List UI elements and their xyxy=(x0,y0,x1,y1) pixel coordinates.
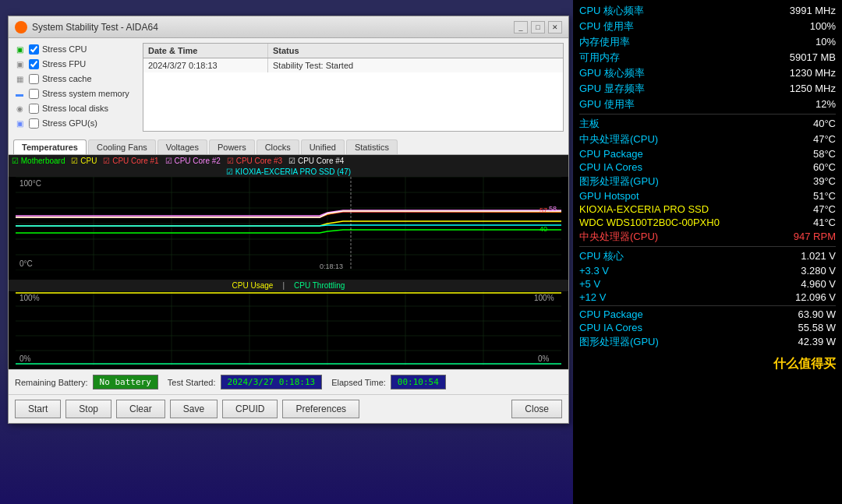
tabs-bar: Temperatures Cooling Fans Voltages Power… xyxy=(9,136,568,155)
stress-disks-label: Stress local disks xyxy=(42,104,108,113)
tab-voltages[interactable]: Voltages xyxy=(157,139,207,154)
clear-button[interactable]: Clear xyxy=(116,400,165,418)
tab-statistics[interactable]: Statistics xyxy=(346,139,398,154)
temperature-chart-svg: 100°C 0°C 57 58 40 xyxy=(9,177,568,270)
stat-value-19: 12.096 V xyxy=(795,291,836,303)
stat-value-11: 39°C xyxy=(813,175,836,187)
svg-text:100%: 100% xyxy=(534,294,554,302)
battery-status: Remaining Battery: No battery xyxy=(15,375,158,389)
stat-value-5: 1250 MHz xyxy=(790,83,836,94)
stat-row-12: GPU Hotspot 51°C xyxy=(579,189,836,203)
legend-item-motherboard: ☑ Motherboard xyxy=(12,157,65,165)
ssd-legend: ☑ KIOXIA-EXCERIA PRO SSD (47) xyxy=(9,167,568,177)
stat-row-19: +12 V 12.096 V xyxy=(579,291,836,304)
stat-value-6: 12% xyxy=(815,98,836,110)
tab-temperatures[interactable]: Temperatures xyxy=(13,139,87,154)
stress-fpu-checkbox[interactable] xyxy=(29,59,39,69)
tab-clocks[interactable]: Clocks xyxy=(256,139,299,154)
log-table: Date & Time Status 2024/3/27 0:18:13 Sta… xyxy=(143,43,564,132)
disk-icon: ◉ xyxy=(13,102,26,115)
battery-value: No battery xyxy=(93,375,158,389)
stat-value-12: 51°C xyxy=(813,190,836,202)
stat-row-15: 中央处理器(CPU) 947 RPM xyxy=(579,229,836,245)
stat-name-2: 内存使用率 xyxy=(579,35,630,49)
stat-row-3: 可用内存 59017 MB xyxy=(579,50,836,65)
test-started-label: Test Started: xyxy=(168,378,216,387)
preferences-button[interactable]: Preferences xyxy=(282,400,359,418)
window-title: System Stability Test - AIDA64 xyxy=(32,22,514,33)
stop-button[interactable]: Stop xyxy=(65,400,111,418)
stat-value-20: 63.90 W xyxy=(798,308,836,320)
stat-value-1: 100% xyxy=(810,20,836,32)
start-button[interactable]: Start xyxy=(15,400,61,418)
checkbox-panel: ▣ Stress CPU ▣ Stress FPU ▦ Stress cache… xyxy=(13,43,138,132)
cpuid-button[interactable]: CPUID xyxy=(222,400,278,418)
stress-memory-label: Stress system memory xyxy=(42,89,129,98)
legend-item-core3: ☑ CPU Core #3 xyxy=(227,157,282,165)
stress-cache-label: Stress cache xyxy=(42,74,92,83)
stat-value-15: 947 RPM xyxy=(794,231,836,242)
legend-item-cpu: ☑ CPU xyxy=(71,157,97,165)
stress-fpu-label: Stress FPU xyxy=(42,59,86,69)
chart-legend-top: ☑ Motherboard ☑ CPU ☑ CPU Core #1 ☑ CPU … xyxy=(9,155,568,167)
svg-text:0:18:13: 0:18:13 xyxy=(320,263,343,270)
stat-row-9: CPU Package 58°C xyxy=(579,147,836,160)
stress-gpu-label: Stress GPU(s) xyxy=(42,118,97,128)
stress-disks-checkbox[interactable] xyxy=(29,104,39,114)
stat-value-9: 58°C xyxy=(813,148,836,160)
title-bar: System Stability Test - AIDA64 _ □ ✕ xyxy=(9,16,568,38)
stat-value-13: 47°C xyxy=(813,203,836,215)
stat-name-6: GPU 使用率 xyxy=(579,97,635,111)
legend-item-core1: ☑ CPU Core #1 xyxy=(103,157,158,165)
elapsed-value: 00:10:54 xyxy=(391,375,446,389)
legend-cpu-throttling: CPU Throttling xyxy=(294,281,345,290)
stat-name-18: +5 V xyxy=(579,278,600,290)
fpu-icon: ▣ xyxy=(13,58,26,70)
stress-gpu-checkbox[interactable] xyxy=(29,118,39,129)
maximize-button[interactable]: □ xyxy=(531,21,545,33)
cpu-usage-chart: CPU Usage | CPU Throttling 100% xyxy=(9,280,568,369)
svg-text:40: 40 xyxy=(540,225,547,233)
svg-text:100°C: 100°C xyxy=(19,179,41,188)
minimize-button[interactable]: _ xyxy=(514,21,528,33)
stat-name-0: CPU 核心频率 xyxy=(579,4,644,18)
stat-name-14: WDC WDS100T2B0C-00PXH0 xyxy=(579,217,720,228)
legend-item-core2: ☑ CPU Core #2 xyxy=(165,157,221,165)
stat-row-17: +3.3 V 3.280 V xyxy=(579,264,836,277)
tab-cooling-fans[interactable]: Cooling Fans xyxy=(88,139,156,154)
close-button[interactable]: Close xyxy=(511,400,562,418)
stat-name-10: CPU IA Cores xyxy=(579,161,642,173)
svg-text:0%: 0% xyxy=(538,354,550,363)
tab-unified[interactable]: Unified xyxy=(301,139,345,154)
save-button[interactable]: Save xyxy=(170,400,218,418)
stat-value-0: 3991 MHz xyxy=(790,5,836,16)
svg-text:58: 58 xyxy=(549,205,557,213)
stat-row-2: 内存使用率 10% xyxy=(579,34,836,50)
app-icon xyxy=(15,21,27,33)
stat-row-13: KIOXIA-EXCERIA PRO SSD 47°C xyxy=(579,203,836,216)
aida-window: System Stability Test - AIDA64 _ □ ✕ ▣ S… xyxy=(8,16,569,424)
stat-name-11: 图形处理器(GPU) xyxy=(579,174,659,189)
stat-row-18: +5 V 4.960 V xyxy=(579,277,836,291)
stress-disks-item: ◉ Stress local disks xyxy=(13,102,138,115)
right-stats-panel: CPU 核心频率 3991 MHz CPU 使用率 100% 内存使用率 10%… xyxy=(573,0,842,504)
stress-gpu-item: ▣ Stress GPU(s) xyxy=(13,117,138,129)
legend-separator: | xyxy=(282,281,285,290)
cache-icon: ▦ xyxy=(13,72,26,85)
tab-powers[interactable]: Powers xyxy=(209,139,255,154)
stat-value-10: 60°C xyxy=(813,161,836,173)
stat-name-19: +12 V xyxy=(579,291,606,303)
stress-cache-checkbox[interactable] xyxy=(29,74,39,84)
stress-memory-checkbox[interactable] xyxy=(29,89,39,99)
stress-cpu-label: Stress CPU xyxy=(42,44,87,54)
close-window-button[interactable]: ✕ xyxy=(548,21,562,33)
stress-cpu-checkbox[interactable] xyxy=(29,44,39,55)
stat-row-0: CPU 核心频率 3991 MHz xyxy=(579,3,836,19)
stat-row-16: CPU 核心 1.021 V xyxy=(579,248,836,264)
left-panel: System Stability Test - AIDA64 _ □ ✕ ▣ S… xyxy=(0,0,573,504)
elapsed-label: Elapsed Time: xyxy=(331,378,386,387)
log-status: Stability Test: Started xyxy=(268,58,563,72)
stat-row-20: CPU Package 63.90 W xyxy=(579,308,836,321)
stat-row-11: 图形处理器(GPU) 39°C xyxy=(579,174,836,189)
temperature-chart: ☑ Motherboard ☑ CPU ☑ CPU Core #1 ☑ CPU … xyxy=(9,155,568,280)
